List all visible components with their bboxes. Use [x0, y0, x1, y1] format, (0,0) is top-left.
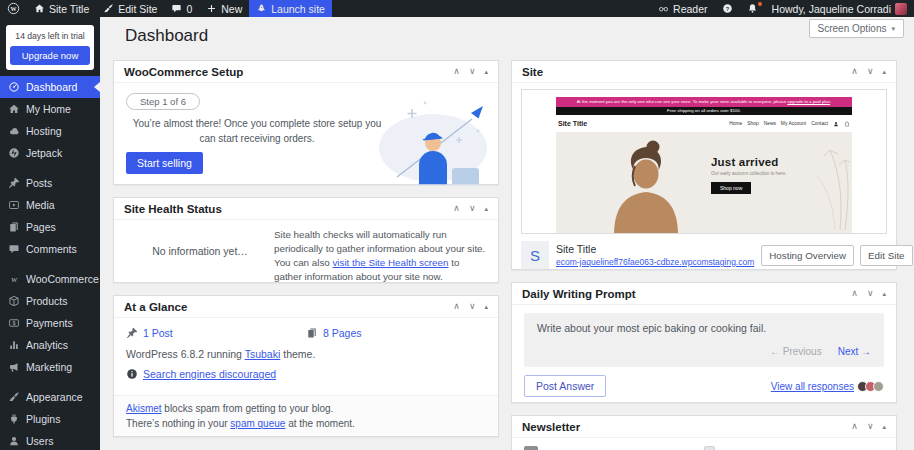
preview-nav: HomeShopNewsMy AccountContact [729, 121, 850, 127]
site-title-menu[interactable]: Site Title [27, 0, 96, 17]
next-prompt-link[interactable]: Next → [838, 346, 871, 357]
upgrade-now-button[interactable]: Upgrade now [10, 46, 90, 65]
wordpress-version-text: WordPress 6.8.2 running Tsubaki theme. [126, 348, 486, 360]
site-info-row: S Site Title ecom-jaquelineff76fae063-cd… [521, 241, 887, 269]
menu-item-label: Posts [26, 177, 52, 189]
site-preview-hero: Just arrived Our early autumn collection… [556, 132, 852, 234]
move-up-icon[interactable] [851, 289, 858, 298]
analytics-icon [8, 339, 20, 351]
preview-nav-shop[interactable]: Shop [747, 121, 758, 126]
move-down-icon[interactable] [867, 67, 874, 76]
label: 0 [186, 3, 192, 15]
prompt-text: Write about your most epic baking or coo… [537, 322, 871, 334]
menu-payments[interactable]: Payments [0, 312, 100, 334]
preview-site-title: Site Title [558, 120, 587, 127]
menu-hosting[interactable]: Hosting [0, 120, 100, 142]
move-up-icon[interactable] [851, 422, 858, 431]
panel-title: Newsletter [522, 421, 580, 433]
move-down-icon[interactable] [469, 67, 476, 76]
shop-now-button[interactable]: Shop now [711, 182, 751, 194]
preview-nav-contact[interactable]: Contact [811, 121, 828, 126]
edit-site-button[interactable]: Edit Site [860, 245, 913, 266]
menu-item-label: Dashboard [26, 81, 77, 93]
move-down-icon[interactable] [867, 422, 874, 431]
pages-icon [8, 221, 20, 233]
wordpress-logo-menu[interactable] [0, 0, 27, 17]
preview-cart-icon-wrap[interactable] [844, 121, 850, 127]
edit-site-menu[interactable]: Edit Site [96, 0, 164, 17]
menu-users[interactable]: Users [0, 430, 100, 450]
move-up-icon[interactable] [453, 67, 460, 76]
hero-subheading: Our early autumn collection is here. [711, 171, 837, 176]
menu-comments[interactable]: Comments [0, 238, 100, 260]
newsletter-checkbox[interactable] [704, 446, 715, 450]
upgrade-plan-link[interactable]: upgrade to a paid plan [787, 99, 830, 104]
step-badge: Step 1 of 6 [126, 93, 200, 110]
site-health-screen-link[interactable]: visit the Site Health screen [332, 257, 448, 268]
site-name: Site Title [556, 243, 754, 255]
menu-appearance[interactable]: Appearance [0, 386, 100, 408]
post-answer-button[interactable]: Post Answer [524, 375, 606, 397]
label: Reader [673, 3, 707, 15]
person-icon [833, 121, 839, 127]
move-up-icon[interactable] [453, 204, 460, 213]
bag-icon [844, 121, 850, 127]
collapse-icon[interactable] [882, 289, 886, 298]
menu-jetpack[interactable]: Jetpack [0, 142, 100, 164]
collapse-icon[interactable] [484, 302, 488, 311]
search-engines-link[interactable]: Search engines discouraged [143, 368, 276, 380]
menu-pages[interactable]: Pages [0, 216, 100, 238]
menu-woocommerce[interactable]: WooCommerce [0, 268, 100, 290]
label: Launch site [271, 3, 325, 15]
reader-menu[interactable]: Reader [651, 0, 714, 17]
woocommerce-setup-body: Step 1 of 6 You’re almost there! Once yo… [114, 83, 498, 185]
glasses-icon [658, 3, 669, 14]
hero-model-image [556, 134, 736, 234]
preview-nav-home[interactable]: Home [729, 121, 742, 126]
pages-count-link[interactable]: 8 Pages [323, 327, 362, 339]
menu-dashboard[interactable]: Dashboard [0, 76, 100, 98]
menu-media[interactable]: Media [0, 194, 100, 216]
help-menu[interactable] [715, 0, 740, 17]
screen-options-button[interactable]: Screen Options ▾ [809, 19, 904, 38]
site-preview[interactable]: At the moment you are the only one who c… [521, 89, 887, 234]
page-title: Dashboard [125, 26, 208, 46]
collapse-icon[interactable] [882, 67, 886, 76]
comments-count-menu[interactable]: 0 [164, 0, 199, 17]
akismet-link[interactable]: Akismet [126, 403, 162, 414]
view-all-responses-link[interactable]: View all responses [771, 381, 854, 392]
cloud-icon [8, 125, 20, 137]
move-up-icon[interactable] [851, 67, 858, 76]
notifications-menu[interactable] [740, 0, 765, 17]
collapse-icon[interactable] [484, 67, 488, 76]
menu-products[interactable]: Products [0, 290, 100, 312]
menu-item-label: Plugins [26, 413, 60, 425]
menu-analytics[interactable]: Analytics [0, 334, 100, 356]
preview-account-icon-wrap[interactable] [833, 121, 839, 127]
move-up-icon[interactable] [453, 302, 460, 311]
previous-prompt-link[interactable]: ← Previous [770, 346, 822, 357]
spam-queue-link[interactable]: spam queue [230, 418, 285, 429]
menu-plugins[interactable]: Plugins [0, 408, 100, 430]
start-selling-button[interactable]: Start selling [126, 152, 203, 174]
move-down-icon[interactable] [867, 289, 874, 298]
store-setup-illustration [375, 93, 493, 185]
site-url-link[interactable]: ecom-jaquelineff76fae063-cdbze.wpcomstag… [556, 257, 754, 267]
new-content-menu[interactable]: New [199, 0, 249, 17]
gauge-icon [8, 81, 20, 93]
preview-nav-news[interactable]: News [764, 121, 776, 126]
move-down-icon[interactable] [469, 302, 476, 311]
posts-count-link[interactable]: 1 Post [143, 327, 173, 339]
hosting-overview-button[interactable]: Hosting Overview [761, 245, 854, 266]
move-down-icon[interactable] [469, 204, 476, 213]
my-account-menu[interactable]: Howdy, Jaqueline Corradi [765, 0, 914, 17]
preview-nav-my-account[interactable]: My Account [781, 121, 806, 126]
menu-posts[interactable]: Posts [0, 172, 100, 194]
collapse-icon[interactable] [484, 204, 488, 213]
theme-link[interactable]: Tsubaki [245, 348, 281, 360]
panel-woocommerce-setup: WooCommerce Setup Step 1 of 6 You’re alm… [113, 60, 499, 185]
menu-my-home[interactable]: My Home [0, 98, 100, 120]
menu-marketing[interactable]: Marketing [0, 356, 100, 378]
launch-site-menu[interactable]: Launch site [249, 0, 332, 17]
collapse-icon[interactable] [882, 422, 886, 431]
